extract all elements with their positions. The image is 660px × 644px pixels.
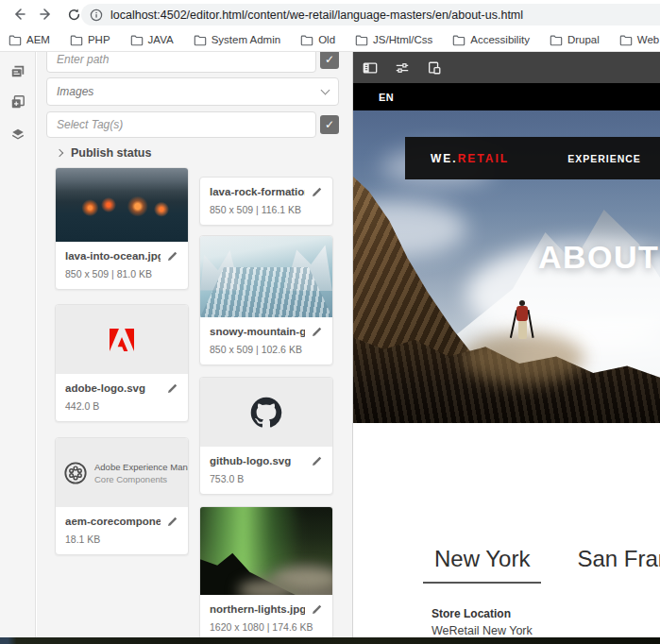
asset-name: lava-into-ocean.jpg <box>65 250 161 262</box>
path-input[interactable] <box>46 52 316 73</box>
asset-card-github-logo[interactable]: github-logo.svg 753.0 B <box>199 377 333 495</box>
url-text: localhost:4502/editor.html/content/we-re… <box>110 8 523 22</box>
path-picker-button[interactable]: ✓ <box>320 52 339 69</box>
device-emulator-icon[interactable] <box>427 60 442 76</box>
store-tabs: New York San Francisco <box>423 546 660 584</box>
locale-bar: EN <box>353 83 660 110</box>
asset-meta: 1620 x 1080 | 174.6 KB <box>210 621 323 633</box>
asset-card-aem-corecomponents[interactable]: Adobe Experience Manager Core Components… <box>55 437 189 555</box>
store-section: New York San Francisco Store Location We… <box>353 423 660 637</box>
nav-item-experience[interactable]: EXPERIENCE <box>567 153 641 164</box>
edit-pencil-icon[interactable] <box>166 250 178 263</box>
asset-column-right: lava-rock-formation.jpg 850 x 509 | 116.… <box>199 177 333 637</box>
asset-card-lava-rock-formation[interactable]: lava-rock-formation.jpg 850 x 509 | 116.… <box>199 177 333 226</box>
asset-name: aem-corecomponent... <box>65 516 161 527</box>
bookmark-accessibility[interactable]: Accessibility <box>452 34 530 46</box>
hero-image: WE.RETAIL EXPERIENCE MEN ABOUT US <box>353 110 660 423</box>
editor-toolbar <box>353 52 660 83</box>
bookmarks-bar: AEM PHP JAVA System Admin Old JS/Html/Cs… <box>0 28 660 52</box>
asset-name: lava-rock-formation.jpg <box>210 186 305 197</box>
screen: localhost:4502/editor.html/content/we-re… <box>0 0 660 644</box>
forward-icon[interactable] <box>38 6 55 23</box>
bookmark-label: JAVA <box>148 34 174 45</box>
lava-into-ocean-thumbnail <box>56 168 188 242</box>
northern-lights-thumbnail <box>200 507 332 595</box>
asset-browser-icon[interactable] <box>10 64 25 79</box>
bookmark-label: PHP <box>88 34 110 45</box>
asset-type-select[interactable]: Images <box>46 77 339 106</box>
browser-toolbar: localhost:4502/editor.html/content/we-re… <box>0 0 660 28</box>
asset-type-value: Images <box>57 85 322 98</box>
tags-picker-button[interactable]: ✓ <box>320 115 339 134</box>
bookmark-js-html-css[interactable]: JS/Html/Css <box>355 34 432 46</box>
asset-meta: 442.0 B <box>65 400 178 412</box>
brand-we: WE. <box>431 152 458 165</box>
url-bar[interactable]: localhost:4502/editor.html/content/we-re… <box>81 4 660 25</box>
weretail-navbar: WE.RETAIL EXPERIENCE MEN <box>405 137 660 179</box>
asset-finder-panel: ✓ Images ✓ Publish status lava-into-ocea… <box>37 52 352 637</box>
folder-icon <box>70 34 83 46</box>
asset-column-left: lava-into-ocean.jpg 850 x 509 | 81.0 KB … <box>55 167 189 555</box>
snowy-mountain-thumbnail <box>200 236 332 317</box>
content-tree-icon[interactable] <box>10 127 25 142</box>
bookmark-label: Web Services <box>637 34 660 45</box>
bookmark-aem[interactable]: AEM <box>8 34 50 46</box>
bookmark-php[interactable]: PHP <box>70 34 110 46</box>
edit-pencil-icon[interactable] <box>311 326 323 338</box>
hiker-figure <box>511 300 533 359</box>
asset-card-northern-lights[interactable]: northern-lights.jpg 1620 x 1080 | 174.6 … <box>199 506 333 637</box>
folder-icon <box>8 34 22 46</box>
folder-icon <box>550 34 563 46</box>
aem-cc-subtitle: Core Components <box>94 474 180 484</box>
asset-meta: 850 x 509 | 81.0 KB <box>65 268 178 280</box>
bookmark-drupal[interactable]: Drupal <box>550 34 600 46</box>
asset-card-adobe-logo[interactable]: adobe-logo.svg 442.0 B <box>55 304 189 422</box>
edit-pencil-icon[interactable] <box>166 382 178 395</box>
asset-card-lava-into-ocean[interactable]: lava-into-ocean.jpg 850 x 509 | 81.0 KB <box>55 167 189 290</box>
asset-meta: 18.1 KB <box>65 534 178 545</box>
bookmark-java[interactable]: JAVA <box>130 34 174 46</box>
page-editor-preview: EN WE.RETAIL EXPERIENCE MEN ABOUT US <box>352 52 660 637</box>
edit-pencil-icon[interactable] <box>311 455 323 467</box>
folder-icon <box>355 34 368 46</box>
page-properties-icon[interactable] <box>395 60 410 76</box>
chevron-down-icon <box>321 85 330 94</box>
screen-bottom-edge <box>0 637 660 644</box>
asset-name: adobe-logo.svg <box>65 382 145 394</box>
asset-name: snowy-mountain-glac... <box>210 326 305 337</box>
bookmark-system-admin[interactable]: System Admin <box>194 34 281 46</box>
bookmark-label: JS/Html/Css <box>373 34 432 45</box>
bookmark-web-services[interactable]: Web Services <box>619 34 660 46</box>
edit-pencil-icon[interactable] <box>166 516 178 528</box>
aem-corecomponents-thumbnail: Adobe Experience Manager Core Components <box>56 438 188 507</box>
folder-icon <box>619 34 633 46</box>
bookmark-label: Old <box>318 34 335 45</box>
aem-cc-title: Adobe Experience Manager <box>94 462 180 472</box>
store-location-label: Store Location <box>432 607 511 620</box>
folder-icon <box>194 34 207 46</box>
tab-new-york[interactable]: New York <box>423 546 541 584</box>
tab-san-francisco[interactable]: San Francisco <box>566 546 660 584</box>
edit-pencil-icon[interactable] <box>311 186 323 198</box>
adobe-logo-thumbnail <box>56 305 188 374</box>
edit-pencil-icon[interactable] <box>311 603 323 616</box>
folder-icon <box>452 34 465 46</box>
components-browser-icon[interactable] <box>10 94 25 110</box>
brand-retail: RETAIL <box>458 152 509 165</box>
back-icon[interactable] <box>10 6 27 23</box>
publish-status-label: Publish status <box>71 146 151 160</box>
page-info-icon[interactable] <box>90 8 103 22</box>
bookmark-label: Accessibility <box>470 34 530 45</box>
weretail-logo[interactable]: WE.RETAIL <box>431 152 509 165</box>
bookmark-old[interactable]: Old <box>300 34 335 46</box>
publish-status-accordion[interactable]: Publish status <box>57 146 151 160</box>
asset-meta: 753.0 B <box>210 473 323 484</box>
asset-meta: 850 x 509 | 116.1 KB <box>210 204 323 215</box>
toggle-side-panel-icon[interactable] <box>363 60 378 76</box>
github-logo-thumbnail <box>200 378 332 447</box>
bookmark-label: AEM <box>26 34 50 45</box>
tags-input[interactable] <box>46 111 316 138</box>
asset-card-snowy-mountain-glacier[interactable]: snowy-mountain-glac... 850 x 509 | 102.6… <box>199 235 333 365</box>
reload-icon[interactable] <box>65 6 82 23</box>
hero-title: ABOUT US <box>538 239 660 276</box>
